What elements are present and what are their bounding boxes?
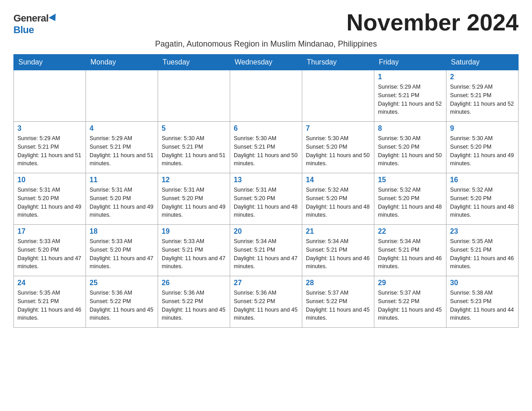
day-detail: Sunrise: 5:34 AMSunset: 5:21 PMDaylight:… [306,237,370,271]
calendar-cell: 15Sunrise: 5:32 AMSunset: 5:20 PMDayligh… [374,173,446,225]
day-number: 8 [378,124,442,133]
week-row-4: 24Sunrise: 5:35 AMSunset: 5:21 PMDayligh… [14,276,519,328]
day-detail: Sunrise: 5:37 AMSunset: 5:22 PMDaylight:… [378,289,442,322]
day-detail: Sunrise: 5:30 AMSunset: 5:21 PMDaylight:… [162,134,226,168]
day-detail: Sunrise: 5:31 AMSunset: 5:20 PMDaylight:… [17,186,82,219]
day-detail: Sunrise: 5:29 AMSunset: 5:21 PMDaylight:… [450,83,515,116]
calendar-cell: 10Sunrise: 5:31 AMSunset: 5:20 PMDayligh… [14,173,86,225]
subtitle: Pagatin, Autonomous Region in Muslim Min… [13,39,519,49]
day-detail: Sunrise: 5:36 AMSunset: 5:22 PMDaylight:… [234,289,298,322]
calendar-cell [302,70,374,122]
calendar-cell [158,70,230,122]
calendar-cell: 3Sunrise: 5:29 AMSunset: 5:21 PMDaylight… [14,122,86,173]
day-detail: Sunrise: 5:30 AMSunset: 5:20 PMDaylight:… [450,134,515,168]
calendar-cell: 18Sunrise: 5:33 AMSunset: 5:20 PMDayligh… [86,225,158,276]
day-detail: Sunrise: 5:31 AMSunset: 5:20 PMDaylight:… [162,186,226,219]
day-number: 30 [450,279,515,287]
calendar-cell: 16Sunrise: 5:32 AMSunset: 5:20 PMDayligh… [446,173,519,225]
week-row-0: 1Sunrise: 5:29 AMSunset: 5:21 PMDaylight… [14,70,519,122]
day-detail: Sunrise: 5:36 AMSunset: 5:22 PMDaylight:… [90,289,154,322]
calendar-cell [230,70,302,122]
day-number: 12 [162,176,226,184]
calendar-cell: 12Sunrise: 5:31 AMSunset: 5:20 PMDayligh… [158,173,230,225]
calendar-cell [86,70,158,122]
calendar-cell: 6Sunrise: 5:30 AMSunset: 5:21 PMDaylight… [230,122,302,173]
calendar-cell: 14Sunrise: 5:32 AMSunset: 5:20 PMDayligh… [302,173,374,225]
calendar-cell: 9Sunrise: 5:30 AMSunset: 5:20 PMDaylight… [446,122,519,173]
page-header: General Blue November 2024 [13,9,519,36]
calendar-table: SundayMondayTuesdayWednesdayThursdayFrid… [13,54,519,328]
day-number: 4 [90,124,154,133]
calendar-cell: 26Sunrise: 5:36 AMSunset: 5:22 PMDayligh… [158,276,230,328]
calendar-cell: 24Sunrise: 5:35 AMSunset: 5:21 PMDayligh… [14,276,86,328]
calendar-cell [14,70,86,122]
day-detail: Sunrise: 5:31 AMSunset: 5:20 PMDaylight:… [90,186,154,219]
day-detail: Sunrise: 5:29 AMSunset: 5:21 PMDaylight:… [378,83,442,116]
calendar-cell: 21Sunrise: 5:34 AMSunset: 5:21 PMDayligh… [302,225,374,276]
calendar-cell: 22Sunrise: 5:34 AMSunset: 5:21 PMDayligh… [374,225,446,276]
day-number: 27 [234,279,298,287]
day-detail: Sunrise: 5:30 AMSunset: 5:20 PMDaylight:… [306,134,370,168]
week-row-3: 17Sunrise: 5:33 AMSunset: 5:20 PMDayligh… [14,225,519,276]
calendar-cell: 11Sunrise: 5:31 AMSunset: 5:20 PMDayligh… [86,173,158,225]
day-number: 29 [378,279,442,287]
weekday-header-friday: Friday [374,55,446,70]
day-number: 18 [90,227,154,235]
day-detail: Sunrise: 5:29 AMSunset: 5:21 PMDaylight:… [17,134,82,168]
day-detail: Sunrise: 5:35 AMSunset: 5:21 PMDaylight:… [17,289,82,322]
calendar-cell: 7Sunrise: 5:30 AMSunset: 5:20 PMDaylight… [302,122,374,173]
weekday-header-monday: Monday [86,55,158,70]
calendar-cell: 28Sunrise: 5:37 AMSunset: 5:22 PMDayligh… [302,276,374,328]
calendar-cell: 29Sunrise: 5:37 AMSunset: 5:22 PMDayligh… [374,276,446,328]
calendar-cell: 4Sunrise: 5:29 AMSunset: 5:21 PMDaylight… [86,122,158,173]
day-detail: Sunrise: 5:36 AMSunset: 5:22 PMDaylight:… [162,289,226,322]
day-number: 16 [450,176,515,184]
calendar-cell: 5Sunrise: 5:30 AMSunset: 5:21 PMDaylight… [158,122,230,173]
day-number: 15 [378,176,442,184]
day-detail: Sunrise: 5:32 AMSunset: 5:20 PMDaylight:… [306,186,370,219]
day-detail: Sunrise: 5:33 AMSunset: 5:21 PMDaylight:… [162,237,226,271]
day-number: 3 [17,124,82,133]
weekday-header-tuesday: Tuesday [158,55,230,70]
day-detail: Sunrise: 5:38 AMSunset: 5:23 PMDaylight:… [450,289,515,322]
logo-general-text: General [13,13,48,24]
day-number: 21 [306,227,370,235]
logo-blue-text: Blue [13,24,34,36]
day-detail: Sunrise: 5:30 AMSunset: 5:21 PMDaylight:… [234,134,298,168]
calendar-cell: 19Sunrise: 5:33 AMSunset: 5:21 PMDayligh… [158,225,230,276]
day-detail: Sunrise: 5:32 AMSunset: 5:20 PMDaylight:… [450,186,515,219]
day-number: 7 [306,124,370,133]
day-number: 11 [90,176,154,184]
week-row-1: 3Sunrise: 5:29 AMSunset: 5:21 PMDaylight… [14,122,519,173]
day-number: 28 [306,279,370,287]
day-number: 19 [162,227,226,235]
month-title: November 2024 [347,9,519,36]
day-number: 10 [17,176,82,184]
calendar-cell: 8Sunrise: 5:30 AMSunset: 5:20 PMDaylight… [374,122,446,173]
day-detail: Sunrise: 5:34 AMSunset: 5:21 PMDaylight:… [234,237,298,271]
day-detail: Sunrise: 5:34 AMSunset: 5:21 PMDaylight:… [378,237,442,271]
day-number: 26 [162,279,226,287]
day-number: 22 [378,227,442,235]
calendar-cell: 27Sunrise: 5:36 AMSunset: 5:22 PMDayligh… [230,276,302,328]
calendar-cell: 2Sunrise: 5:29 AMSunset: 5:21 PMDaylight… [446,70,519,122]
weekday-header-saturday: Saturday [446,55,519,70]
calendar-cell: 13Sunrise: 5:31 AMSunset: 5:20 PMDayligh… [230,173,302,225]
calendar-cell: 25Sunrise: 5:36 AMSunset: 5:22 PMDayligh… [86,276,158,328]
day-number: 2 [450,73,515,81]
day-number: 9 [450,124,515,133]
day-detail: Sunrise: 5:33 AMSunset: 5:20 PMDaylight:… [90,237,154,271]
day-detail: Sunrise: 5:30 AMSunset: 5:20 PMDaylight:… [378,134,442,168]
calendar-cell: 23Sunrise: 5:35 AMSunset: 5:21 PMDayligh… [446,225,519,276]
day-number: 13 [234,176,298,184]
day-number: 5 [162,124,226,133]
weekday-header-row: SundayMondayTuesdayWednesdayThursdayFrid… [14,55,519,70]
day-detail: Sunrise: 5:29 AMSunset: 5:21 PMDaylight:… [90,134,154,168]
day-number: 23 [450,227,515,235]
day-detail: Sunrise: 5:32 AMSunset: 5:20 PMDaylight:… [378,186,442,219]
calendar-cell: 17Sunrise: 5:33 AMSunset: 5:20 PMDayligh… [14,225,86,276]
day-detail: Sunrise: 5:31 AMSunset: 5:20 PMDaylight:… [234,186,298,219]
logo-triangle-icon [49,13,59,23]
day-number: 1 [378,73,442,81]
week-row-2: 10Sunrise: 5:31 AMSunset: 5:20 PMDayligh… [14,173,519,225]
